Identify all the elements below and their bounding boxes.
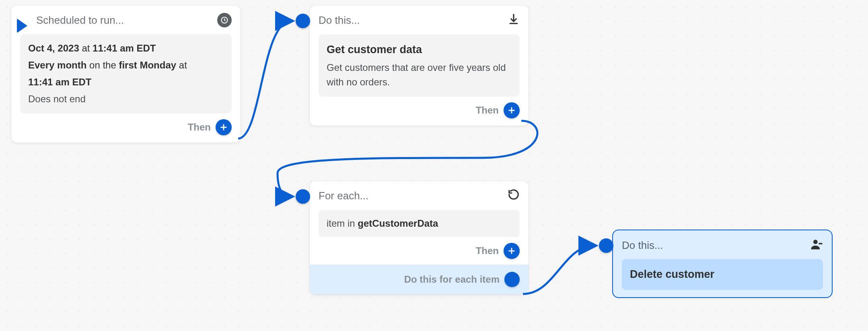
clock-icon	[217, 13, 232, 27]
foreach-then-label: Then	[476, 245, 499, 257]
foreach-item-word: item in	[327, 218, 355, 229]
action1-description: Get customers that are over five years o…	[327, 60, 512, 89]
trigger-at-word2: at	[179, 60, 187, 70]
card-header: Do this...	[319, 13, 520, 28]
flow-entry-dot	[599, 238, 613, 253]
flow-entry-dot	[296, 14, 310, 28]
add-step-button[interactable]	[216, 119, 232, 135]
action1-title: Get customer data	[327, 41, 512, 58]
action1-footer: Then	[319, 97, 520, 118]
action1-body: Get customer data Get customers that are…	[319, 34, 520, 97]
trigger-date: Oct 4, 2023	[28, 43, 79, 54]
foreach-body: item in getCustomerData	[319, 210, 520, 237]
trigger-on-word: on the	[89, 60, 116, 70]
trigger-at-word: at	[82, 43, 90, 54]
trigger-end: Does not end	[28, 92, 224, 106]
action2-body: Delete customer	[622, 259, 823, 290]
action1-then-label: Then	[476, 105, 499, 116]
trigger-time: 11:41 am EDT	[93, 43, 156, 54]
card-header: For each...	[319, 188, 520, 203]
foreach-card[interactable]: For each... item in getCustomerData Then…	[310, 181, 529, 294]
add-step-button[interactable]	[504, 102, 520, 118]
foreach-sub-label: Do this for each item	[404, 274, 500, 285]
add-step-button[interactable]	[504, 243, 520, 259]
trigger-every: Every month	[28, 60, 86, 70]
foreach-footer: Then	[319, 237, 520, 259]
card-header: Scheduled to run...	[20, 13, 232, 27]
trigger-card[interactable]: Scheduled to run... Oct 4, 2023 at 11:41…	[11, 6, 241, 143]
trigger-footer: Then	[20, 114, 232, 135]
loop-icon	[508, 188, 520, 203]
trigger-day: first Monday	[119, 60, 176, 70]
action-card-delete-customer[interactable]: Do this... Delete customer	[613, 230, 832, 297]
svg-point-1	[813, 240, 818, 244]
action-card-get-customer[interactable]: Do this... Get customer data Get custome…	[310, 6, 529, 126]
foreach-header-label: For each...	[319, 190, 368, 202]
action2-title: Delete customer	[630, 266, 815, 283]
trigger-body: Oct 4, 2023 at 11:41 am EDT Every month …	[20, 34, 232, 114]
subflow-dot-button[interactable]	[504, 272, 520, 287]
trigger-then-label: Then	[188, 122, 211, 133]
foreach-subflow-footer: Do this for each item	[310, 265, 529, 294]
play-icon	[17, 19, 27, 33]
trigger-header-label: Scheduled to run...	[36, 14, 124, 27]
svg-rect-2	[819, 243, 822, 244]
action1-header-label: Do this...	[319, 14, 360, 27]
trigger-time2: 11:41 am EDT	[28, 77, 91, 87]
download-icon	[508, 13, 520, 28]
foreach-source: getCustomerData	[358, 218, 438, 229]
action2-header-label: Do this...	[622, 239, 663, 252]
flow-entry-dot	[296, 189, 310, 204]
card-header: Do this...	[622, 238, 823, 253]
user-remove-icon	[810, 238, 823, 253]
